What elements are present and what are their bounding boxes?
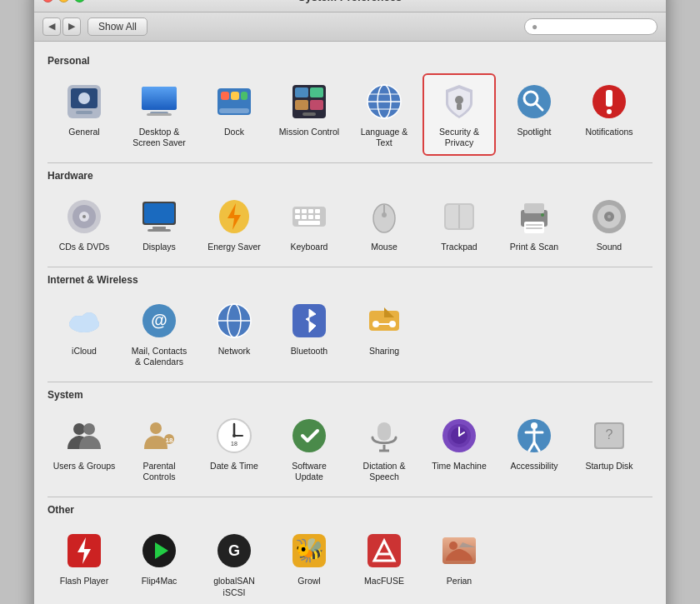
icon-item-software-update[interactable]: Software Update [272, 407, 346, 490]
icon-label-language-text: Language & Text [352, 127, 416, 149]
icon-item-keyboard[interactable]: Keyboard [272, 188, 346, 260]
icon-item-users-groups[interactable]: Users & Groups [48, 407, 121, 490]
icon-label-security-privacy: Security & Privacy [428, 127, 491, 149]
print-icon [512, 195, 556, 238]
icon-label-icloud: iCloud [72, 346, 97, 357]
close-button[interactable] [42, 0, 53, 2]
dock-icon [212, 80, 256, 123]
icon-item-growl[interactable]: 🐝Growl [272, 522, 346, 604]
icon-label-macfuse: MacFUSE [364, 576, 404, 587]
section-label-personal: Personal [48, 55, 652, 67]
svg-point-75 [81, 312, 98, 329]
icon-item-mail-contacts[interactable]: @Mail, Contacts & Calendars [122, 292, 196, 375]
icon-item-icloud[interactable]: iCloud [48, 292, 121, 375]
svg-rect-9 [219, 108, 249, 113]
mail-icon: @ [138, 299, 181, 342]
icon-label-general: General [68, 127, 99, 138]
icon-item-cds-dvds[interactable]: CDs & DVDs [48, 188, 121, 260]
icon-item-dictation-speech[interactable]: Dictation & Speech [348, 407, 421, 490]
icon-label-globalsan: globalSAN iSCSI [202, 576, 266, 598]
icon-label-dock: Dock [224, 127, 244, 138]
svg-text:G: G [228, 542, 240, 559]
forward-button[interactable]: ▶ [62, 17, 81, 36]
icon-label-sharing: Sharing [369, 346, 399, 357]
icon-item-accessibility[interactable]: Accessibility [498, 407, 571, 490]
svg-text:@: @ [151, 311, 168, 329]
svg-point-96 [232, 434, 236, 437]
back-button[interactable]: ◀ [42, 17, 61, 36]
icon-item-desktop-screen-saver[interactable]: Desktop & Screen Saver [122, 73, 196, 156]
icon-item-mouse[interactable]: Mouse [348, 188, 421, 260]
icon-item-globalsan[interactable]: GglobalSAN iSCSI [198, 522, 271, 604]
icons-row-system: Users & Groups18Parental Controls18Date … [48, 407, 652, 490]
icon-label-network: Network [218, 346, 251, 357]
icon-item-mission-control[interactable]: Mission Control [272, 73, 346, 156]
icon-item-startup-disk[interactable]: ?Startup Disk [572, 407, 646, 490]
svg-rect-15 [310, 87, 323, 97]
icon-label-energy-saver: Energy Saver [208, 242, 261, 253]
network-icon [212, 299, 256, 342]
svg-rect-52 [298, 221, 320, 225]
icon-item-date-time[interactable]: 18Date & Time [198, 407, 271, 490]
icon-label-mission-control: Mission Control [279, 127, 339, 138]
system-preferences-window: System Preferences ◀ ▶ Show All ● Person… [33, 0, 667, 604]
timemachine-icon [438, 414, 481, 457]
minimize-button[interactable] [58, 0, 69, 2]
svg-text:18: 18 [231, 441, 238, 447]
icon-item-macfuse[interactable]: MacFUSE [348, 522, 421, 604]
icon-item-dock[interactable]: Dock [198, 73, 271, 156]
cds-icon [62, 195, 106, 238]
icon-item-flash-player[interactable]: Flash Player [48, 522, 121, 604]
perian-icon [438, 529, 481, 572]
icon-label-dictation-speech: Dictation & Speech [352, 461, 416, 483]
icon-item-bluetooth[interactable]: Bluetooth [272, 292, 346, 375]
icon-label-trackpad: Trackpad [441, 242, 477, 253]
traffic-lights [42, 0, 85, 2]
section-divider [48, 497, 652, 497]
svg-rect-17 [310, 100, 323, 110]
growl-icon: 🐝 [288, 529, 331, 572]
icons-row-internet-wireless: iCloud@Mail, Contacts & CalendarsNetwork… [48, 292, 652, 375]
maximize-button[interactable] [74, 0, 85, 2]
section-label-system: System [48, 389, 652, 401]
svg-rect-63 [526, 224, 542, 226]
icon-item-trackpad[interactable]: Trackpad [422, 188, 496, 260]
icon-item-network[interactable]: Network [198, 292, 271, 375]
icon-item-flip4mac[interactable]: Flip4Mac [122, 522, 196, 604]
svg-point-25 [455, 96, 463, 104]
icon-item-security-privacy[interactable]: Security & Privacy [422, 73, 496, 156]
svg-rect-18 [302, 112, 316, 116]
svg-rect-61 [524, 203, 544, 213]
icon-item-energy-saver[interactable]: Energy Saver [198, 188, 271, 260]
svg-rect-10 [221, 92, 229, 100]
icon-item-print-scan[interactable]: Print & Scan [498, 188, 571, 260]
macfuse-icon [362, 529, 406, 572]
icon-item-time-machine[interactable]: Time Machine [422, 407, 496, 490]
search-input[interactable] [541, 21, 650, 32]
svg-point-32 [607, 109, 612, 114]
icon-item-sound[interactable]: Sound [572, 188, 646, 260]
icon-item-general[interactable]: General [48, 73, 121, 156]
icon-item-displays[interactable]: Displays [122, 188, 196, 260]
icon-item-language-text[interactable]: Language & Text [348, 73, 421, 156]
show-all-button[interactable]: Show All [88, 17, 148, 36]
icon-label-print-scan: Print & Scan [510, 242, 558, 253]
flip4mac-icon [138, 529, 181, 572]
icon-item-parental-controls[interactable]: 18Parental Controls [122, 407, 196, 490]
dictation-icon [362, 414, 406, 457]
svg-rect-2 [76, 111, 92, 114]
icon-item-spotlight[interactable]: Spotlight [498, 73, 571, 156]
section-label-other: Other [48, 504, 652, 516]
svg-point-36 [82, 215, 86, 218]
globalsan-icon: G [212, 529, 256, 572]
svg-point-85 [372, 321, 379, 327]
svg-point-86 [389, 321, 396, 327]
icon-item-perian[interactable]: Perian [422, 522, 496, 604]
svg-rect-47 [315, 209, 320, 213]
bluetooth-icon [288, 299, 331, 342]
desktop-icon [138, 80, 181, 123]
security-icon [438, 80, 481, 123]
icon-label-desktop-screen-saver: Desktop & Screen Saver [128, 127, 191, 149]
icon-item-sharing[interactable]: Sharing [348, 292, 421, 375]
icon-item-notifications[interactable]: Notifications [572, 73, 646, 156]
